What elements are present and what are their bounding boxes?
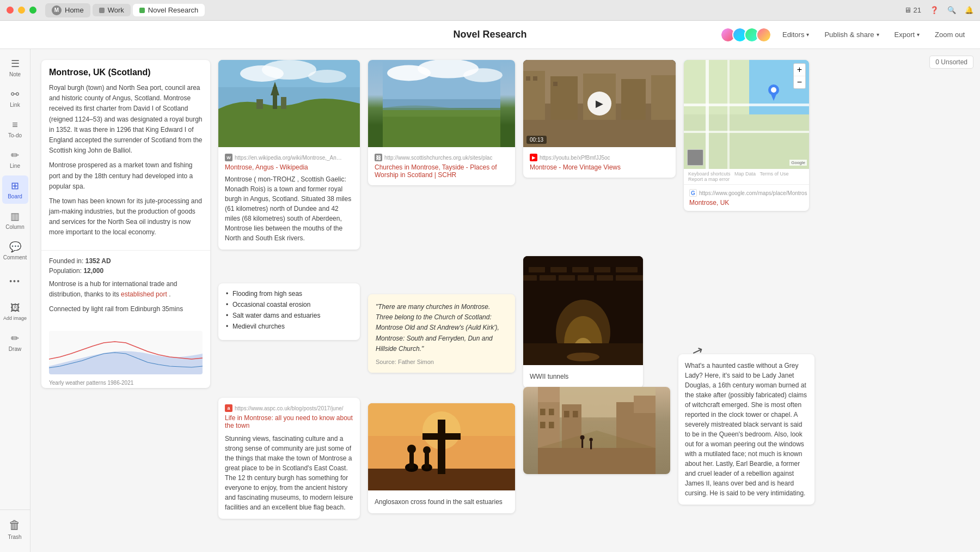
editors-button[interactable]: Editors▾ <box>778 28 813 41</box>
add-image-icon: 🖼 <box>10 302 20 314</box>
svg-point-80 <box>580 435 585 440</box>
population-row: Population: 12,000 <box>49 267 203 275</box>
sidebar-note-label: Note <box>9 71 21 77</box>
vintage-link[interactable]: Montrose - More Vintage Views <box>530 163 669 171</box>
novel-icon <box>139 8 145 13</box>
wikipedia-text: Montrose ( mon-TROHZ , Scottish Gaelic: … <box>225 174 353 243</box>
vintage-body: ▶ https://youtu.be/xPfBmfJJ5oc Montrose … <box>523 147 676 178</box>
titlebar: M Home Work Novel Research 🖥 21 ❓ 🔍 🔔 <box>0 0 980 21</box>
sidebar-item-add-image[interactable]: 🖼 Add image <box>2 298 28 326</box>
sidebar-item-board[interactable]: ⊞ Board <box>2 175 28 204</box>
hub-text: Montrose is a hub for international trad… <box>49 279 203 300</box>
svg-rect-79 <box>581 439 583 448</box>
map-zoom-out[interactable]: − <box>794 76 805 88</box>
tab-work[interactable]: Work <box>93 4 131 16</box>
svg-point-12 <box>463 68 503 82</box>
svg-rect-29 <box>706 60 709 169</box>
churches-img-body: ⛓ http://www.scottishchurches.org.uk/sit… <box>368 147 515 185</box>
map-link[interactable]: Montrose, UK <box>689 199 804 207</box>
sidebar-item-todo[interactable]: ≡ To-do <box>2 114 28 143</box>
trash-icon: 🗑 <box>9 518 21 532</box>
map-meta: G https://www.google.com/maps/place/Mont… <box>689 189 804 197</box>
wikipedia-url: https://en.wikipedia.org/wiki/Montrose,_… <box>235 155 344 161</box>
svg-rect-42 <box>572 267 589 272</box>
sidebar-item-more[interactable]: ••• <box>2 267 28 295</box>
sidebar-item-column[interactable]: ▥ Column <box>2 206 28 234</box>
export-button[interactable]: Export▾ <box>890 28 924 41</box>
svg-rect-14 <box>383 99 500 110</box>
founded-value: 1352 AD <box>85 257 111 265</box>
help-button[interactable]: ❓ <box>930 6 939 14</box>
wwii-caption: WWII tunnels <box>530 372 636 381</box>
tab-work-label: Work <box>108 6 124 14</box>
more-icon: ••• <box>9 277 21 286</box>
flooding-item-3: Salt water dams and estuaries <box>226 312 352 319</box>
wwii-card[interactable]: WWII tunnels <box>523 256 643 388</box>
map-zoom-in[interactable]: + <box>794 64 805 76</box>
svg-rect-30 <box>684 104 809 106</box>
montrose-stats: Founded in: 1352 AD Population: 12,000 M… <box>41 250 210 326</box>
wwii-body: WWII tunnels <box>523 365 643 388</box>
churches-image <box>368 60 515 147</box>
aspc-card[interactable]: a https://www.aspc.co.uk/blog/posts/2017… <box>218 398 360 519</box>
sidebar-link-label: Link <box>10 102 20 108</box>
video-time: 00:13 <box>526 136 547 144</box>
notifications-button[interactable]: 🖥 21 <box>904 6 921 14</box>
close-button[interactable] <box>7 7 14 14</box>
svg-rect-78 <box>538 387 656 474</box>
minimize-button[interactable] <box>18 7 25 14</box>
column-icon: ▥ <box>10 210 20 222</box>
ghost-card[interactable]: What's a haunted castle without a Grey L… <box>678 354 814 505</box>
sidebar-item-comment[interactable]: 💬 Comment <box>2 236 28 265</box>
app-header: Novel Research Editors▾ Publish & share▾… <box>0 21 980 49</box>
rail-text: Connected by light rail from Edinburgh 3… <box>49 304 203 314</box>
editors-avatars <box>720 27 771 43</box>
google-map-card[interactable]: + − Google Keyboard shortcuts Map Data T… <box>684 60 809 211</box>
vintage-video-card[interactable]: ▶ 00:13 ▶ https://youtu.be/xPfBmfJJ5oc M… <box>523 60 676 178</box>
vintage-url: https://youtu.be/xPfBmfJJ5oc <box>540 155 610 161</box>
established-port-link[interactable]: established port <box>121 290 167 298</box>
vintage-video-thumb[interactable]: ▶ 00:13 <box>523 60 676 147</box>
wikipedia-link[interactable]: Montrose, Angus - Wikipedia <box>225 163 353 171</box>
montrose-info-card[interactable]: Montrose, UK (Scotland) Royal burgh (tow… <box>41 60 210 388</box>
cross-card[interactable]: Anglosaxon cross found in the salt estua… <box>368 403 515 513</box>
search-button[interactable]: 🔍 <box>947 6 956 14</box>
sidebar-item-link[interactable]: ⚯ Link <box>2 84 28 112</box>
publish-button[interactable]: Publish & share▾ <box>820 28 883 41</box>
svg-rect-8 <box>281 97 286 109</box>
comment-icon: 💬 <box>9 241 21 253</box>
flooding-card[interactable]: Flooding from high seas Occasional coast… <box>218 283 360 340</box>
svg-rect-45 <box>523 275 537 281</box>
aspc-link[interactable]: Life in Montrose: all you need to know a… <box>225 414 353 429</box>
svg-rect-48 <box>578 275 594 281</box>
trash-label: Trash <box>8 534 21 540</box>
sidebar-item-line[interactable]: ✏ Line <box>2 145 28 173</box>
montrose-title: Montrose, UK (Scotland) <box>49 68 203 77</box>
google-icon: G <box>689 189 697 197</box>
trash-area[interactable]: 🗑 Trash <box>0 509 30 548</box>
svg-rect-60 <box>409 452 414 469</box>
cross-body: Anglosaxon cross found in the salt estua… <box>368 490 515 513</box>
quote-card[interactable]: "There are many churches in Montrose. Th… <box>368 294 515 373</box>
aspc-body: a https://www.aspc.co.uk/blog/posts/2017… <box>218 398 360 519</box>
chain-icon: ⛓ <box>375 154 382 161</box>
fullscreen-button[interactable] <box>29 7 36 14</box>
churches-link[interactable]: Churches in Montrose, Tayside - Places o… <box>375 163 509 179</box>
wikipedia-card[interactable]: W https://en.wikipedia.org/wiki/Montrose… <box>218 60 360 250</box>
wikipedia-body: W https://en.wikipedia.org/wiki/Montrose… <box>218 147 360 250</box>
sidebar-item-draw[interactable]: ✏ Draw <box>2 328 28 356</box>
cross-caption: Anglosaxon cross found in the salt estua… <box>375 497 509 507</box>
board-grid: Montrose, UK (Scotland) Royal burgh (tow… <box>30 49 980 552</box>
svg-point-82 <box>589 438 592 441</box>
sidebar-item-note[interactable]: ☰ Note <box>2 53 28 82</box>
play-button[interactable]: ▶ <box>587 92 611 116</box>
tab-novel-research[interactable]: Novel Research <box>133 4 205 16</box>
svg-point-64 <box>423 446 431 454</box>
churches-image-card[interactable]: ⛓ http://www.scottishchurches.org.uk/sit… <box>368 60 515 185</box>
zoom-button[interactable]: Zoom out <box>930 28 969 41</box>
bell-button[interactable]: 🔔 <box>965 6 973 14</box>
sidebar-comment-label: Comment <box>3 254 27 260</box>
home-avatar: M <box>52 5 62 15</box>
old-street-card[interactable] <box>523 387 670 474</box>
tab-home[interactable]: M Home <box>45 3 90 17</box>
